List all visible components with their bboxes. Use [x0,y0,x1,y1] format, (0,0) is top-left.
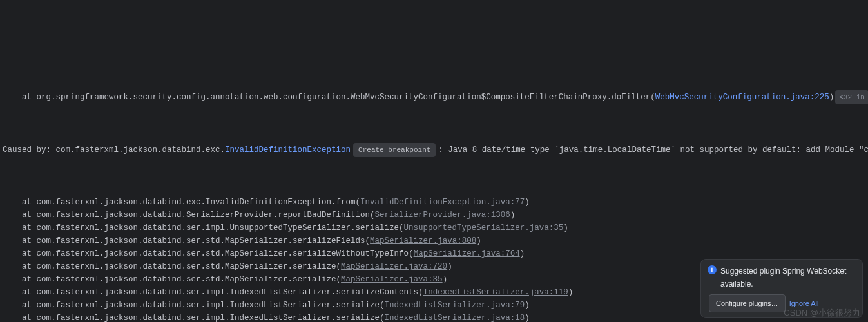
suggested-plugin-notification: i Suggested plugin Spring WebSocket avai… [700,259,863,318]
frame-fqn: com.fasterxml.jackson.databind.ser.std.M… [37,236,371,245]
close-paren: ) [476,236,481,245]
source-link[interactable]: IndexedListSerializer.java:79 [385,301,525,310]
at-prefix: at [3,249,37,258]
exception-package: com.fasterxml.jackson.databind.exc. [56,146,226,155]
close-paren: ) [563,223,568,232]
frame-fqn: com.fasterxml.jackson.databind.ser.impl.… [37,223,404,232]
create-breakpoint-button[interactable]: Create breakpoint [353,143,436,157]
source-link[interactable]: MapSerializer.java:720 [341,262,447,271]
at-prefix: at [3,223,37,232]
at-prefix: at [3,262,37,271]
stack-frame: at com.fasterxml.jackson.databind.Serial… [3,209,868,222]
source-link[interactable]: InvalidDefinitionException.java:77 [360,198,525,207]
close-paren: ) [520,249,525,258]
close-paren: ) [525,198,530,207]
close-paren: ) [568,288,574,297]
source-link[interactable]: WebMvcSecurityConfiguration.java:225 [655,93,829,102]
notification-title: Suggested plugin Spring WebSocket availa… [720,265,856,290]
source-link[interactable]: SerializerProvider.java:1306 [375,211,510,220]
stack-frame: at com.fasterxml.jackson.databind.ser.im… [3,222,868,234]
frame-fqn: com.fasterxml.jackson.databind.ser.impl.… [37,301,385,310]
frame-fqn: com.fasterxml.jackson.databind.ser.std.M… [37,262,342,271]
at-prefix: at [3,288,37,297]
source-link[interactable]: MapSerializer.java:808 [370,236,476,245]
stack-frame: at com.fasterxml.jackson.databind.ser.st… [3,247,868,260]
configure-plugins-button[interactable]: Configure plugins… [709,294,786,312]
exception-message: : Java 8 date/time type `java.time.Local… [438,146,868,155]
close-paren: ) [525,301,530,310]
info-icon: i [708,265,717,274]
source-link[interactable]: IndexedListSerializer.java:18 [385,314,525,322]
source-link[interactable]: UnsupportedTypeSerializer.java:35 [404,223,564,232]
frame-fqn: com.fasterxml.jackson.databind.Serialize… [37,211,375,220]
at-prefix: at [3,236,37,245]
at-prefix: at [3,93,37,102]
frame-fqn: com.fasterxml.jackson.databind.exc.Inval… [37,198,361,207]
at-prefix: at [3,211,37,220]
inlay-hint-frames[interactable]: <32 in [835,90,868,104]
frame-fqn: com.fasterxml.jackson.databind.ser.impl.… [37,288,423,297]
caused-by-prefix: Caused by: [3,146,56,155]
close-paren: ) [447,262,452,271]
source-link[interactable]: MapSerializer.java:764 [414,249,520,258]
close-paren: ) [829,93,834,102]
caused-by-line: Caused by: com.fasterxml.jackson.databin… [3,143,868,157]
close-paren: ) [510,211,516,220]
frame-fqn: com.fasterxml.jackson.databind.ser.impl.… [37,314,385,322]
frame-fqn: com.fasterxml.jackson.databind.ser.std.M… [37,249,414,258]
at-prefix: at [3,275,37,284]
stack-frame: at com.fasterxml.jackson.databind.ser.st… [3,234,868,247]
stack-frame: at com.fasterxml.jackson.databind.exc.In… [3,196,868,209]
at-prefix: at [3,198,37,207]
stack-frame: at org.springframework.security.config.a… [3,90,868,104]
frame-fqn: org.springframework.security.config.anno… [37,93,655,102]
source-link[interactable]: IndexedListSerializer.java:119 [423,288,568,297]
frame-fqn: com.fasterxml.jackson.databind.ser.std.M… [37,275,342,284]
close-paren: ) [525,314,530,322]
at-prefix: at [3,301,37,310]
source-link[interactable]: MapSerializer.java:35 [341,275,443,284]
close-paren: ) [443,275,448,284]
ignore-all-link[interactable]: Ignore All [789,297,819,310]
at-prefix: at [3,314,37,322]
exception-link[interactable]: InvalidDefinitionException [225,146,351,155]
